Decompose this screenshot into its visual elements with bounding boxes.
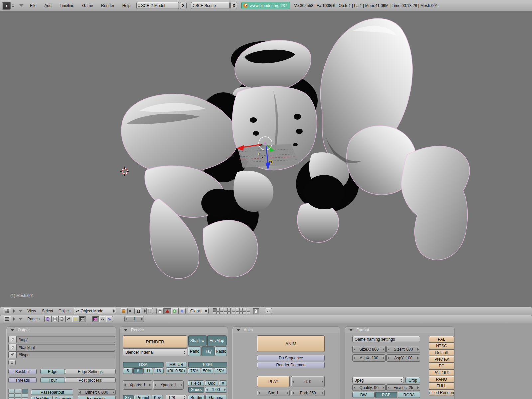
- layer-cell[interactable]: [239, 311, 243, 314]
- window-type-spinner[interactable]: [12, 4, 14, 7]
- layer-cell[interactable]: [224, 308, 227, 311]
- shading-context-button[interactable]: [58, 316, 65, 322]
- menu-select[interactable]: Select: [42, 309, 53, 313]
- manipulator-translate-button[interactable]: [164, 308, 171, 314]
- pano-toggle[interactable]: Pano: [188, 346, 201, 356]
- menu-view[interactable]: View: [27, 309, 36, 313]
- layer-cell[interactable]: [236, 308, 239, 311]
- menu-game[interactable]: Game: [82, 3, 93, 8]
- size-75-button[interactable]: 75%: [188, 368, 200, 374]
- dispview-toggle[interactable]: DispView: [52, 396, 73, 399]
- draw-type-button[interactable]: [120, 308, 128, 314]
- play-button[interactable]: PLAY: [257, 376, 290, 387]
- size-100-button[interactable]: 100%: [188, 362, 227, 368]
- ray-toggle[interactable]: Ray: [201, 346, 215, 356]
- osa-16-button[interactable]: 16: [154, 368, 164, 374]
- bit-depth-spinner[interactable]: [183, 396, 185, 399]
- increment-arrow[interactable]: [383, 357, 384, 359]
- preset-pc-button[interactable]: PC: [429, 363, 454, 369]
- increment-arrow[interactable]: [141, 318, 143, 320]
- key-toggle[interactable]: Key: [152, 395, 163, 399]
- sound-buttons-button[interactable]: [106, 316, 113, 322]
- menu-add[interactable]: Add: [44, 3, 51, 8]
- preset-pal169-button[interactable]: PAL 16:9: [429, 369, 454, 376]
- layer-cell[interactable]: [213, 308, 216, 311]
- unified-renderer-toggle[interactable]: Unified Renderer: [429, 389, 454, 396]
- mblur-toggle[interactable]: MBLUR: [166, 362, 187, 368]
- collapse-triangle-icon[interactable]: [10, 329, 14, 331]
- logic-context-button[interactable]: [44, 316, 51, 322]
- layer-cell[interactable]: [220, 308, 223, 311]
- bf-field[interactable]: Bf: 0.50: [166, 368, 187, 374]
- layer-cell[interactable]: [213, 311, 216, 314]
- edge-toggle[interactable]: Edge: [40, 369, 65, 374]
- start-frame-field[interactable]: Sta: 1: [257, 390, 290, 396]
- lock-layers-button[interactable]: [253, 308, 259, 314]
- end-frame-field[interactable]: End: 250: [291, 390, 325, 396]
- anim-button[interactable]: ANIM: [257, 335, 325, 352]
- render-preview-button[interactable]: [265, 308, 272, 314]
- extensions-toggle[interactable]: Extensions: [78, 396, 116, 399]
- layer-cell[interactable]: [224, 311, 227, 314]
- preset-ntsc-button[interactable]: NTSC: [429, 343, 454, 349]
- screen-close-button[interactable]: X: [180, 2, 187, 9]
- layer-cell[interactable]: [236, 311, 239, 314]
- scene-link-spinner-button[interactable]: [8, 360, 16, 365]
- manipulator-rotate-button[interactable]: [171, 308, 178, 314]
- render-daemon-button[interactable]: Render Daemon: [257, 362, 325, 368]
- increment-arrow[interactable]: [287, 392, 288, 394]
- frame-number-field[interactable]: 1: [124, 316, 144, 322]
- bw-toggle[interactable]: BW: [352, 392, 375, 398]
- pivot-button[interactable]: Ω: [134, 308, 142, 314]
- ftype-path-field[interactable]: //ftype: [8, 351, 115, 358]
- increment-arrow[interactable]: [383, 386, 384, 389]
- bit-depth-selector[interactable]: 128: [166, 395, 187, 399]
- increment-arrow[interactable]: [149, 384, 151, 386]
- scene-selector[interactable]: SCE:Scene: [191, 2, 230, 9]
- viewport-type-button[interactable]: [3, 308, 11, 314]
- premul-toggle[interactable]: Premul: [134, 395, 151, 399]
- file-browse-icon[interactable]: [8, 344, 16, 351]
- size-25-button[interactable]: 25%: [214, 368, 227, 374]
- layout-cell[interactable]: [8, 389, 15, 393]
- increment-arrow[interactable]: [184, 370, 186, 372]
- anim-panel-header[interactable]: Anim: [232, 327, 340, 333]
- osa-11-button[interactable]: 11: [143, 368, 153, 374]
- buttons-window-spinner[interactable]: [13, 317, 15, 321]
- radio-toggle[interactable]: Radio: [215, 346, 227, 356]
- edge-settings-button[interactable]: Edge Settings: [65, 369, 116, 374]
- render-panel-header[interactable]: Render: [120, 327, 228, 333]
- backbuf-path-value[interactable]: //backbuf: [16, 344, 115, 351]
- render-path-value[interactable]: /tmp/: [16, 336, 115, 343]
- editing-context-button[interactable]: [72, 316, 79, 322]
- layer-cell[interactable]: [216, 308, 220, 311]
- crop-toggle[interactable]: Crop: [405, 377, 420, 383]
- post-process-button[interactable]: Post process: [65, 377, 116, 383]
- threads-toggle[interactable]: Threads: [8, 377, 37, 383]
- shadow-toggle[interactable]: Shadow: [188, 335, 207, 346]
- preset-preview-button[interactable]: Preview: [429, 356, 454, 363]
- layer-cell[interactable]: [232, 308, 235, 311]
- screen-selector-spinner[interactable]: [138, 4, 140, 7]
- border-toggle[interactable]: Border: [188, 395, 205, 399]
- header-collapse-icon[interactable]: [19, 310, 23, 312]
- layout-cell[interactable]: [22, 393, 28, 398]
- envmap-toggle[interactable]: EnvMap: [207, 335, 227, 346]
- fbuf-toggle[interactable]: Fbuf: [40, 377, 65, 383]
- menu-object[interactable]: Object: [58, 309, 70, 313]
- preset-default-button[interactable]: Default: [429, 349, 454, 356]
- gauss-toggle[interactable]: Gauss: [188, 387, 204, 393]
- backbuf-path-field[interactable]: //backbuf: [8, 344, 115, 351]
- anim-playback-button[interactable]: [99, 316, 106, 322]
- render-button[interactable]: RENDER: [123, 335, 187, 348]
- sizey-field[interactable]: SizeY: 600: [386, 346, 420, 353]
- mode-selector[interactable]: Object Mode: [74, 308, 116, 314]
- osa-5-button[interactable]: 5: [123, 368, 133, 374]
- rgb-toggle[interactable]: RGB: [375, 392, 397, 398]
- aspy-field[interactable]: AspY: 100: [386, 354, 420, 362]
- window-type-info-button[interactable]: i: [2, 2, 11, 10]
- preset-full-button[interactable]: FULL: [429, 383, 454, 389]
- increment-arrow[interactable]: [322, 392, 323, 394]
- object-context-button[interactable]: [65, 316, 72, 322]
- scene-context-button[interactable]: [79, 316, 86, 322]
